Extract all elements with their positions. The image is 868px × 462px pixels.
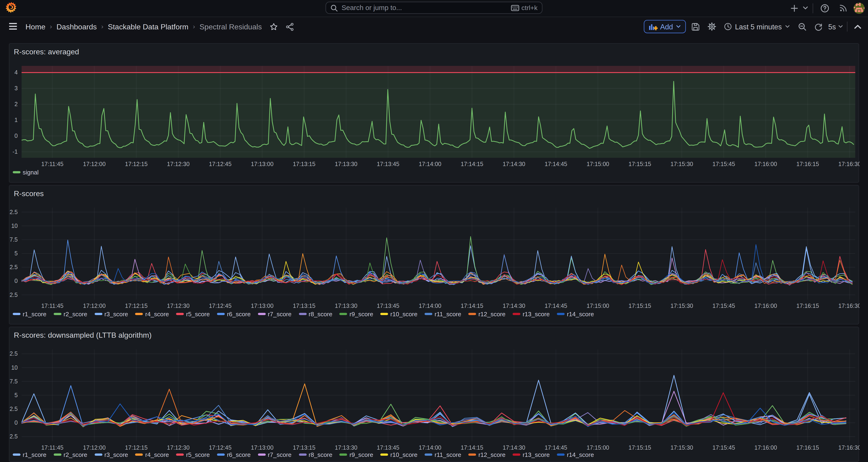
svg-text:17:12:00: 17:12:00 (83, 161, 105, 167)
svg-text:17:13:45: 17:13:45 (377, 303, 399, 309)
svg-text:-2.5: -2.5 (9, 291, 18, 298)
legend-label: r4_score (145, 451, 169, 458)
legend-item[interactable]: r6_score (217, 451, 251, 458)
legend-item[interactable]: r4_score (135, 451, 169, 458)
svg-text:2.5: 2.5 (9, 406, 18, 412)
svg-text:17:11:45: 17:11:45 (41, 161, 63, 167)
legend-item[interactable]: signal (13, 169, 39, 175)
save-icon (691, 22, 700, 31)
zoom-out-icon (798, 22, 806, 31)
svg-text:17:15:00: 17:15:00 (587, 444, 609, 451)
chart-canvas-averaged[interactable]: 43210-117:11:4517:12:0017:12:1517:12:301… (9, 44, 860, 168)
svg-text:17:14:00: 17:14:00 (419, 303, 441, 309)
legend-item[interactable]: r9_score (339, 451, 373, 458)
share-button[interactable] (286, 22, 294, 31)
legend-item[interactable]: r14_score (557, 311, 594, 317)
breadcrumb-dashboards[interactable]: Dashboards (56, 22, 97, 31)
legend-item[interactable]: r1_score (13, 451, 46, 458)
legend-item[interactable]: r8_score (299, 451, 332, 458)
new-button[interactable] (788, 0, 800, 16)
legend-item[interactable]: r2_score (54, 451, 87, 458)
panel-r-scores-downsampled: R-scores: downsampled (LTTB algorithm) 1… (9, 327, 859, 462)
legend-item[interactable]: r6_score (217, 311, 251, 317)
chart-canvas-downsampled[interactable]: 12.5107.552.50-2.517:11:4517:12:0017:12:… (9, 327, 860, 451)
refresh-button[interactable] (812, 21, 825, 33)
dashboard-settings-button[interactable] (706, 21, 718, 33)
svg-text:10: 10 (11, 222, 18, 229)
chart-legend: r1_scorer2_scorer3_scorer4_scorer5_score… (13, 311, 856, 317)
legend-swatch (94, 454, 102, 456)
new-menu-toggle[interactable] (799, 0, 811, 16)
help-button[interactable] (819, 0, 831, 16)
legend-label: r1_score (23, 311, 46, 317)
svg-text:17:12:45: 17:12:45 (209, 161, 231, 167)
svg-text:17:14:30: 17:14:30 (503, 303, 525, 309)
svg-text:0: 0 (14, 132, 18, 139)
refresh-interval-picker[interactable]: 5s (828, 21, 843, 33)
breadcrumb-folder[interactable]: Stackable Data Platform (108, 22, 189, 31)
legend-item[interactable]: r11_score (425, 451, 461, 458)
svg-text:2.5: 2.5 (9, 264, 18, 270)
legend-item[interactable]: r8_score (299, 311, 332, 317)
chart-canvas-rscores[interactable]: 12.5107.552.50-2.517:11:4517:12:0017:12:… (9, 185, 860, 309)
legend-item[interactable]: r3_score (94, 311, 128, 317)
legend-item[interactable]: r7_score (258, 451, 291, 458)
legend-item[interactable]: r5_score (176, 311, 210, 317)
svg-text:17:12:15: 17:12:15 (125, 303, 148, 309)
menu-icon[interactable] (9, 22, 17, 30)
collapse-toolbar-button[interactable] (851, 21, 864, 33)
legend-item[interactable]: r13_score (513, 311, 550, 317)
svg-text:17:14:30: 17:14:30 (503, 444, 525, 451)
add-button[interactable]: Add (644, 20, 686, 33)
legend-item[interactable]: r1_score (13, 311, 46, 317)
news-rss-icon (839, 4, 847, 12)
star-button[interactable] (270, 22, 278, 31)
legend-item[interactable]: r11_score (425, 311, 461, 317)
svg-text:-2.5: -2.5 (9, 433, 18, 440)
legend-item[interactable]: r14_score (557, 451, 594, 458)
breadcrumb-separator: › (50, 23, 52, 30)
svg-text:17:14:15: 17:14:15 (461, 444, 483, 451)
grafana-logo-icon[interactable] (5, 2, 18, 14)
breadcrumb-home[interactable]: Home (25, 22, 45, 31)
svg-text:17:14:30: 17:14:30 (503, 161, 525, 167)
legend-item[interactable]: r2_score (54, 311, 87, 317)
legend-item[interactable]: r12_score (468, 451, 505, 458)
time-range-picker[interactable]: Last 5 minutes (721, 21, 792, 33)
refresh-interval-label: 5s (828, 22, 836, 31)
legend-item[interactable]: r10_score (380, 311, 417, 317)
legend-item[interactable]: r12_score (468, 311, 505, 317)
legend-swatch (13, 313, 21, 315)
search-placeholder: Search or jump to... (342, 4, 511, 12)
legend-swatch (425, 313, 432, 315)
svg-text:17:16:15: 17:16:15 (797, 444, 819, 451)
legend-item[interactable]: r10_score (380, 451, 417, 458)
svg-text:17:13:00: 17:13:00 (251, 303, 274, 309)
svg-text:12.5: 12.5 (9, 350, 18, 357)
legend-item[interactable]: r7_score (258, 311, 291, 317)
legend-item[interactable]: r13_score (513, 451, 550, 458)
legend-label: signal (23, 169, 38, 175)
legend-item[interactable]: r5_score (176, 451, 210, 458)
save-button[interactable] (690, 21, 702, 33)
legend-swatch (299, 313, 306, 315)
toolbar-controls: Add (644, 17, 864, 36)
legend-swatch (135, 313, 143, 315)
legend-item[interactable]: r4_score (135, 311, 169, 317)
breadcrumb-separator: › (101, 23, 103, 30)
svg-text:3: 3 (14, 85, 18, 91)
search-input[interactable]: Search or jump to... ctrl+k (326, 2, 542, 14)
toolbar-divider (847, 22, 847, 32)
add-button-label: Add (660, 22, 673, 31)
svg-text:17:13:00: 17:13:00 (251, 161, 274, 167)
news-button[interactable] (837, 0, 849, 16)
legend-item[interactable]: r9_score (339, 311, 373, 317)
svg-text:17:13:45: 17:13:45 (377, 444, 399, 451)
legend-label: r2_score (64, 311, 87, 317)
legend-swatch (380, 313, 388, 315)
zoom-out-button[interactable] (796, 21, 808, 33)
legend-item[interactable]: r3_score (94, 451, 128, 458)
avatar[interactable] (854, 3, 865, 13)
legend-swatch (135, 454, 143, 456)
legend-label: r13_score (523, 451, 550, 458)
